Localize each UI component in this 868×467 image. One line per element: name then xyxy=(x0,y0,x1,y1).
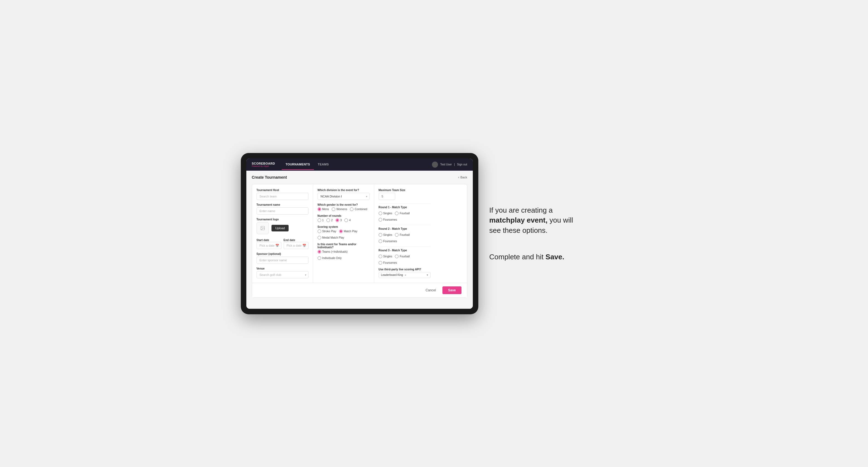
scoring-stroke-label: Stroke Play xyxy=(322,230,336,233)
start-date-label: Start date xyxy=(256,239,269,242)
teams-teams-option[interactable]: Teams (+Individuals) xyxy=(318,250,348,253)
nav-bar: SCOREBOARD Powered by clippit TOURNAMENT… xyxy=(246,158,473,171)
tournament-host-input[interactable] xyxy=(256,193,308,200)
round1-foursomes-option[interactable]: Foursomes xyxy=(379,218,397,221)
tournament-name-input[interactable] xyxy=(256,208,308,215)
gender-mens-radio[interactable] xyxy=(318,208,321,211)
logo-title: SCOREBOARD xyxy=(252,162,275,165)
teams-teams-radio[interactable] xyxy=(318,250,321,253)
gender-womens-option[interactable]: Womens xyxy=(332,208,347,211)
svg-point-1 xyxy=(261,227,262,227)
round3-match-type-group: Round 3 - Match Type Singles Fourball xyxy=(379,246,431,264)
nav-tabs: TOURNAMENTS TEAMS xyxy=(282,159,425,170)
round3-radio-group: Singles Fourball Foursomes xyxy=(379,255,431,264)
avatar xyxy=(432,161,438,168)
scoring-match-option[interactable]: Match Play xyxy=(339,229,358,233)
gender-mens-option[interactable]: Mens xyxy=(318,208,329,211)
round3-singles-radio[interactable] xyxy=(379,255,382,258)
gender-combined-radio[interactable] xyxy=(350,208,353,211)
logo-sub: Powered by clippit xyxy=(252,165,275,167)
round1-singles-radio[interactable] xyxy=(379,212,382,215)
api-tag: Leaderboard King × ▾ xyxy=(379,272,431,278)
round1-fourball-radio[interactable] xyxy=(395,212,399,215)
rounds-1-radio[interactable] xyxy=(318,218,321,222)
date-row: Start date 📅 End date xyxy=(256,238,308,249)
scoring-stroke-option[interactable]: Stroke Play xyxy=(318,229,336,233)
rounds-2-radio[interactable] xyxy=(327,218,330,222)
form-col-1: Tournament Host Tournament name Tourname… xyxy=(252,184,313,283)
rounds-label: Number of rounds xyxy=(318,214,370,217)
round2-singles-radio[interactable] xyxy=(379,233,382,237)
tablet-screen: SCOREBOARD Powered by clippit TOURNAMENT… xyxy=(246,158,473,309)
division-select[interactable]: NCAA Division I NCAA Division II NCAA Di… xyxy=(318,193,370,200)
rounds-1-option[interactable]: 1 xyxy=(318,218,324,222)
scoring-stroke-radio[interactable] xyxy=(318,229,321,233)
round1-foursomes-radio[interactable] xyxy=(379,218,382,221)
cancel-button[interactable]: Cancel xyxy=(422,286,440,294)
api-tag-remove-icon[interactable]: × xyxy=(405,273,406,277)
tournament-name-label: Tournament name xyxy=(256,203,308,206)
round3-singles-option[interactable]: Singles xyxy=(379,255,393,258)
main-content: Create Tournament ‹ Back Tournament Host xyxy=(246,171,473,309)
round1-fourball-option[interactable]: Fourball xyxy=(395,212,409,215)
annotation-bottom-plain: Complete and hit xyxy=(489,253,546,261)
teams-group: Is this event for Teams and/or Individua… xyxy=(318,243,370,260)
round3-foursomes-radio[interactable] xyxy=(379,261,382,264)
round3-fourball-option[interactable]: Fourball xyxy=(395,255,409,258)
rounds-3-option[interactable]: 3 xyxy=(336,218,342,222)
round1-singles-option[interactable]: Singles xyxy=(379,212,393,215)
gender-label: Which gender is the event for? xyxy=(318,203,370,206)
third-party-api-group: Use third-party live scoring API? Leader… xyxy=(379,268,431,278)
rounds-4-option[interactable]: 4 xyxy=(344,218,351,222)
nav-tab-tournaments[interactable]: TOURNAMENTS xyxy=(282,159,314,170)
round3-foursomes-label: Foursomes xyxy=(383,261,397,264)
round2-match-type-label: Round 2 - Match Type xyxy=(379,227,431,230)
sponsor-input[interactable] xyxy=(256,256,308,264)
scoring-match-radio[interactable] xyxy=(339,229,343,233)
save-button[interactable]: Save xyxy=(442,286,461,294)
back-button[interactable]: ‹ Back xyxy=(458,175,467,179)
round2-radio-group: Singles Fourball Foursomes xyxy=(379,233,431,243)
tablet-frame: SCOREBOARD Powered by clippit TOURNAMENT… xyxy=(241,153,478,314)
upload-button[interactable]: Upload xyxy=(272,225,289,231)
signout-link[interactable]: Sign out xyxy=(457,163,467,166)
round2-fourball-option[interactable]: Fourball xyxy=(395,233,409,237)
round1-singles-label: Singles xyxy=(383,212,393,215)
rounds-3-label: 3 xyxy=(340,219,342,222)
rounds-4-radio[interactable] xyxy=(344,218,348,222)
form-footer: Cancel Save xyxy=(252,283,467,298)
max-team-size-input[interactable] xyxy=(379,193,395,200)
scoring-medal-radio[interactable] xyxy=(318,236,321,240)
round2-foursomes-radio[interactable] xyxy=(379,240,382,243)
scoring-medal-option[interactable]: Medal Match Play xyxy=(318,236,344,240)
nav-logo: SCOREBOARD Powered by clippit xyxy=(252,162,275,167)
rounds-2-option[interactable]: 2 xyxy=(327,218,333,222)
annotation-top-plain: If you are creating a xyxy=(489,206,553,214)
teams-individuals-option[interactable]: Individuals Only xyxy=(318,256,342,260)
rounds-3-radio[interactable] xyxy=(336,218,339,222)
gender-radio-group: Mens Womens Combined xyxy=(318,208,370,211)
end-date-input[interactable] xyxy=(284,242,308,249)
teams-label: Is this event for Teams and/or Individua… xyxy=(318,243,370,249)
round3-fourball-label: Fourball xyxy=(400,255,409,258)
start-date-wrap: 📅 xyxy=(256,242,281,249)
annotation-area: If you are creating a matchplay event, y… xyxy=(489,200,627,268)
gender-combined-option[interactable]: Combined xyxy=(350,208,367,211)
round2-fourball-label: Fourball xyxy=(400,234,409,237)
start-date-input[interactable] xyxy=(256,242,281,249)
round3-singles-label: Singles xyxy=(383,255,393,258)
gender-womens-radio[interactable] xyxy=(332,208,335,211)
venue-input[interactable] xyxy=(256,271,308,278)
teams-individuals-radio[interactable] xyxy=(318,256,321,260)
teams-teams-label: Teams (+Individuals) xyxy=(322,250,348,253)
back-arrow-icon: ‹ xyxy=(458,175,459,179)
round3-foursomes-option[interactable]: Foursomes xyxy=(379,261,397,264)
round3-fourball-radio[interactable] xyxy=(395,255,399,258)
round2-fourball-radio[interactable] xyxy=(395,233,399,237)
nav-tab-teams[interactable]: TEAMS xyxy=(314,159,333,170)
round2-foursomes-option[interactable]: Foursomes xyxy=(379,240,397,243)
round2-singles-option[interactable]: Singles xyxy=(379,233,393,237)
venue-group: Venue xyxy=(256,267,308,278)
tournament-name-group: Tournament name xyxy=(256,203,308,215)
round1-foursomes-label: Foursomes xyxy=(383,218,397,221)
